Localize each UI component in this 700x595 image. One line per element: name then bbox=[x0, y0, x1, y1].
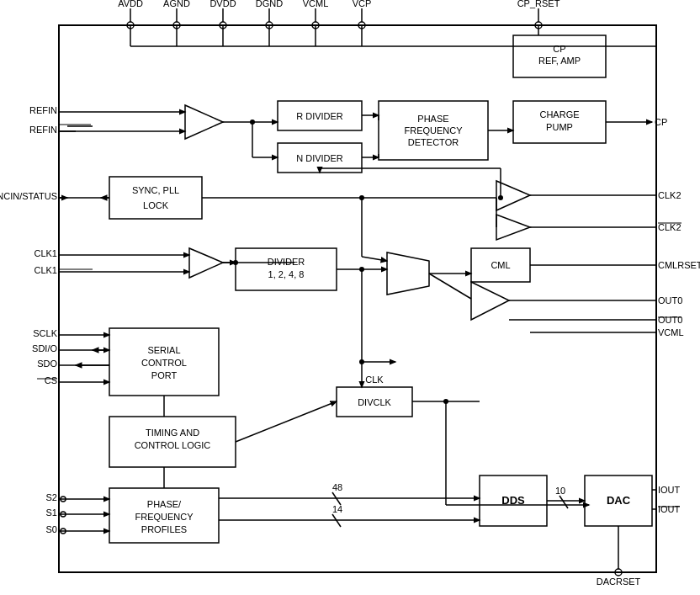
cp-out-label: CP bbox=[655, 117, 667, 127]
svg-marker-62 bbox=[387, 252, 429, 295]
dac-label: DAC bbox=[607, 494, 631, 507]
s1-label: S1 bbox=[46, 507, 57, 518]
cp-rset-label: CP_RSET bbox=[517, 0, 560, 8]
refinbar-label: REFIN bbox=[29, 125, 57, 135]
clk-sig-label: CLK bbox=[365, 375, 384, 385]
svg-rect-0 bbox=[59, 25, 656, 572]
vcp-label: VCP bbox=[353, 0, 372, 8]
agnd-label: AGND bbox=[163, 0, 190, 8]
divider-label2: 1, 2, 4, 8 bbox=[268, 269, 305, 279]
svg-point-87 bbox=[359, 359, 364, 364]
timing-label2: CONTROL LOGIC bbox=[135, 440, 211, 450]
block-diagram: AVDD AGND DVDD DGND VCML VCP CP_RSET CP … bbox=[0, 0, 700, 595]
sync-pll-label1: SYNC, PLL bbox=[132, 185, 179, 195]
svg-marker-27 bbox=[185, 105, 223, 139]
cp-ref-amp-label2: REF, AMP bbox=[538, 56, 581, 66]
svg-marker-49 bbox=[189, 248, 223, 278]
svg-marker-69 bbox=[471, 282, 509, 320]
dvdd-label: DVDD bbox=[209, 0, 236, 8]
divclk-label: DIVCLK bbox=[358, 397, 391, 407]
clk2-label: CLK2 bbox=[658, 190, 681, 200]
sdo-label: SDO bbox=[37, 359, 57, 369]
out0bar-label: OUT0 bbox=[658, 315, 682, 325]
svg-line-70 bbox=[429, 274, 471, 299]
avdd-label: AVDD bbox=[118, 0, 143, 8]
cmlrset-label: CMLRSET bbox=[658, 260, 700, 270]
charge-pump-label2: PUMP bbox=[546, 122, 573, 132]
cml-label: CML bbox=[491, 260, 510, 270]
svg-marker-43 bbox=[496, 215, 530, 240]
divider-label1: DIVIDER bbox=[268, 257, 305, 267]
vcml-out-label: VCML bbox=[658, 327, 684, 337]
svg-rect-37 bbox=[109, 177, 202, 219]
dacrset-label: DACRSET bbox=[597, 576, 641, 587]
sclk-label: SCLK bbox=[33, 328, 57, 338]
svg-line-65 bbox=[362, 257, 387, 261]
ioutbar-label: IOUT bbox=[658, 504, 681, 514]
s2-label: S2 bbox=[46, 492, 57, 502]
clk1-label: CLK1 bbox=[34, 248, 57, 258]
r-divider-label: R DIVIDER bbox=[296, 111, 343, 121]
scp-label2: CONTROL bbox=[141, 358, 187, 368]
charge-pump-label1: CHARGE bbox=[539, 109, 579, 120]
svg-point-123 bbox=[498, 195, 503, 200]
pfp-label2: FREQUENCY bbox=[135, 512, 194, 522]
vcml-top-label: VCML bbox=[303, 0, 329, 8]
bus48-label: 48 bbox=[332, 482, 342, 492]
pfd-label3: DETECTOR bbox=[408, 137, 459, 147]
out0-label: OUT0 bbox=[658, 295, 682, 305]
clk1bar-label: CLK1 bbox=[34, 265, 57, 275]
svg-point-66 bbox=[359, 195, 364, 200]
svg-point-36 bbox=[250, 120, 255, 125]
dgnd-label: DGND bbox=[256, 0, 283, 8]
refin-label: REFIN bbox=[29, 105, 57, 115]
timing-label1: TIMING AND bbox=[146, 428, 199, 438]
s0-label: S0 bbox=[46, 524, 57, 534]
dds-label: DDS bbox=[501, 494, 525, 507]
sdio-label: SDI/O bbox=[32, 343, 57, 353]
pfd-label1: PHASE bbox=[417, 114, 448, 124]
bus14-label: 14 bbox=[332, 504, 342, 514]
scp-label1: SERIAL bbox=[147, 345, 180, 355]
iout-label: IOUT bbox=[658, 485, 681, 495]
syncin-label: SYNCIN/STATUS bbox=[0, 191, 57, 201]
pfd-label2: FREQUENCY bbox=[404, 125, 463, 135]
pfp-label1: PHASE/ bbox=[147, 499, 182, 509]
n-divider-label: N DIVIDER bbox=[296, 153, 343, 163]
clk2bar-label: CLK2 bbox=[658, 222, 681, 232]
cp-ref-amp-label1: CP bbox=[553, 44, 565, 54]
scp-label3: PORT bbox=[151, 370, 178, 380]
sync-pll-label2: LOCK bbox=[143, 200, 169, 210]
bus10-label: 10 bbox=[555, 486, 565, 496]
svg-line-107 bbox=[559, 496, 568, 508]
pfp-label3: PROFILES bbox=[141, 524, 187, 534]
svg-line-126 bbox=[236, 401, 337, 442]
csbar-label: CS bbox=[45, 375, 57, 385]
